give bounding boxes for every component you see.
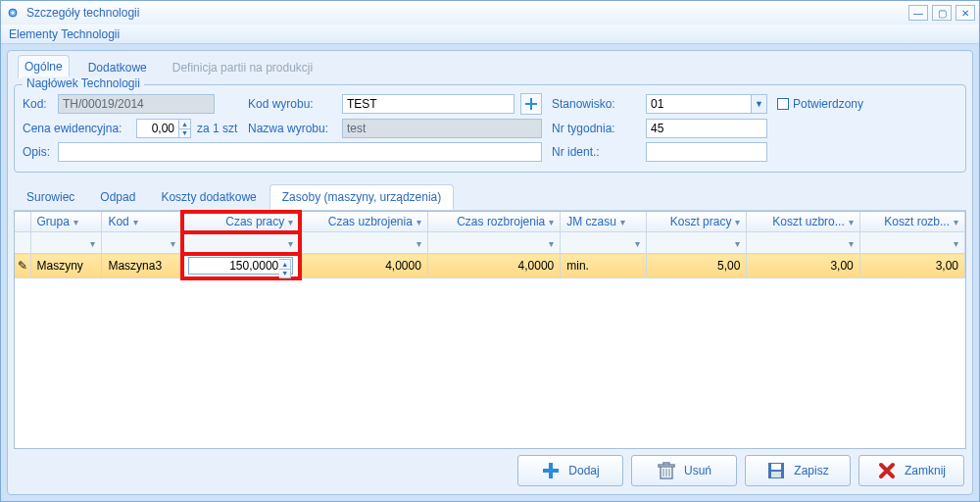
trash-icon	[657, 461, 676, 480]
menu-item-elements[interactable]: Elementy Technologii	[9, 27, 120, 41]
filter-icon[interactable]: ▾	[171, 238, 175, 249]
cena-stepper[interactable]: ▲▼	[179, 119, 191, 138]
cell-jm-czasu[interactable]: min.	[561, 254, 647, 278]
cell-koszt-pracy[interactable]: 5,00	[647, 254, 747, 278]
data-grid: Grupa▾ Kod▾ Czas pracy▾ Czas uzbrojenia▾…	[14, 211, 966, 449]
window-title: Szczegóły technologii	[26, 6, 139, 20]
col-czas-pracy[interactable]: Czas pracy	[225, 215, 284, 228]
maximize-button[interactable]: ▢	[932, 5, 952, 21]
filter-icon[interactable]: ▾	[549, 238, 554, 249]
tab-additional[interactable]: Dodatkowe	[81, 56, 154, 78]
close-button[interactable]: ✕	[956, 5, 975, 21]
kod-wyrobu-field[interactable]	[342, 94, 514, 114]
cell-kod[interactable]: Maszyna3	[102, 254, 182, 278]
filter-icon[interactable]: ▾	[954, 238, 958, 249]
cell-grupa[interactable]: Maszyny	[30, 254, 102, 278]
main-tabs: Ogólne Dodatkowe Definicja partii na pro…	[14, 55, 966, 84]
menubar: Elementy Technologii	[1, 25, 979, 44]
filter-icon[interactable]: ▾	[735, 217, 740, 227]
sub-tabs: Surowiec Odpad Koszty dodatkowe Zasoby (…	[14, 184, 966, 211]
filter-icon[interactable]: ▾	[954, 217, 958, 227]
filter-icon[interactable]: ▾	[133, 217, 138, 227]
svg-rect-3	[771, 464, 781, 470]
groupbox-legend: Nagłówek Technologii	[23, 76, 144, 90]
col-czas-uzbrojenia[interactable]: Czas uzbrojenia	[328, 215, 413, 228]
cell-czas-rozbrojenia[interactable]: 4,0000	[427, 254, 560, 278]
app-window: Szczegóły technologii — ▢ ✕ Elementy Tec…	[0, 0, 980, 502]
tab-odpad[interactable]: Odpad	[87, 184, 148, 210]
kod-label: Kod:	[23, 97, 52, 111]
cena-unit: za 1 szt	[197, 122, 237, 135]
tab-zasoby[interactable]: Zasoby (maszyny, urządzenia)	[270, 184, 455, 210]
col-koszt-pracy[interactable]: Koszt pracy	[670, 215, 732, 228]
table-row[interactable]: ✎ Maszyny Maszyna3 ▲▼ 4,0000 4,0000	[15, 254, 965, 278]
cell-koszt-uzbrojenia[interactable]: 3,00	[747, 254, 859, 278]
cell-czas-pracy[interactable]: ▲▼	[182, 254, 300, 278]
col-koszt-uzbrojenia[interactable]: Koszt uzbro...	[772, 215, 844, 228]
add-product-button[interactable]	[520, 93, 542, 115]
plus-icon	[541, 461, 561, 480]
kod-field	[58, 94, 215, 114]
col-kod[interactable]: Kod	[108, 215, 128, 228]
filter-icon[interactable]: ▾	[620, 217, 625, 227]
dropdown-arrow-icon[interactable]: ▼	[751, 95, 766, 113]
close-icon	[877, 461, 897, 480]
edit-indicator-icon: ✎	[15, 254, 30, 278]
tydzien-field[interactable]	[646, 119, 767, 138]
potwierdzony-checkbox[interactable]: Potwierdzony	[777, 97, 863, 111]
col-koszt-rozbrojenia[interactable]: Koszt rozb...	[884, 215, 950, 228]
filter-row: ▾ ▾ ▾ ▾ ▾ ▾ ▾ ▾ ▾	[15, 232, 965, 254]
potwierdzony-label: Potwierdzony	[793, 97, 863, 111]
header-groupbox: Nagłówek Technologii Kod: Kod wyrobu:	[14, 84, 966, 173]
svg-point-1	[12, 12, 15, 15]
footer-buttons: Dodaj Usuń Zapisz Zamknij	[14, 449, 966, 488]
filter-icon[interactable]: ▾	[288, 238, 293, 249]
header-row: Grupa▾ Kod▾ Czas pracy▾ Czas uzbrojenia▾…	[15, 212, 965, 232]
zapisz-button[interactable]: Zapisz	[745, 455, 851, 486]
cell-czas-uzbrojenia[interactable]: 4,0000	[300, 254, 428, 278]
minimize-button[interactable]: —	[908, 5, 928, 21]
filter-icon[interactable]: ▾	[90, 238, 95, 249]
czas-pracy-stepper[interactable]: ▲▼	[279, 259, 291, 278]
zamknij-button[interactable]: Zamknij	[858, 455, 964, 486]
opis-field[interactable]	[58, 142, 542, 162]
filter-icon[interactable]: ▾	[74, 217, 78, 227]
filter-icon[interactable]: ▾	[735, 238, 740, 249]
tab-koszty-dodatkowe[interactable]: Koszty dodatkowe	[148, 184, 269, 210]
col-grupa[interactable]: Grupa	[37, 215, 70, 228]
svg-rect-4	[771, 472, 781, 477]
filter-icon[interactable]: ▾	[849, 217, 854, 227]
nazwa-wyrobu-field	[342, 119, 542, 138]
plus-icon	[523, 96, 539, 112]
col-jm-czasu[interactable]: JM czasu	[566, 215, 616, 228]
tydzien-label: Nr tygodnia:	[552, 122, 640, 135]
gear-icon	[5, 5, 21, 21]
nazwa-wyrobu-label: Nazwa wyrobu:	[248, 122, 336, 135]
tab-surowiec[interactable]: Surowiec	[14, 184, 87, 210]
tab-general[interactable]: Ogólne	[18, 55, 70, 78]
cena-label: Cena ewidencyjna:	[23, 122, 130, 135]
col-czas-rozbrojenia[interactable]: Czas rozbrojenia	[457, 215, 545, 228]
tab-batch-def: Definicja partii na produkcji	[166, 56, 319, 78]
dodaj-button[interactable]: Dodaj	[517, 455, 623, 486]
filter-icon[interactable]: ▾	[416, 238, 421, 249]
czas-pracy-input[interactable]	[188, 257, 293, 275]
opis-label: Opis:	[23, 145, 52, 159]
filter-icon[interactable]: ▾	[288, 217, 293, 227]
ident-label: Nr ident.:	[552, 145, 640, 159]
cell-koszt-rozbrojenia[interactable]: 3,00	[859, 254, 964, 278]
stanowisko-label: Stanowisko:	[552, 97, 640, 111]
kod-wyrobu-label: Kod wyrobu:	[248, 97, 336, 111]
filter-icon[interactable]: ▾	[849, 238, 854, 249]
ident-field[interactable]	[646, 142, 767, 162]
usun-button[interactable]: Usuń	[631, 455, 737, 486]
filter-icon[interactable]: ▾	[549, 217, 554, 227]
titlebar: Szczegóły technologii — ▢ ✕	[1, 1, 979, 25]
cena-field[interactable]	[136, 119, 179, 138]
stanowisko-field[interactable]	[646, 94, 767, 114]
filter-icon[interactable]: ▾	[416, 217, 421, 227]
save-icon	[766, 461, 786, 480]
filter-icon[interactable]: ▾	[635, 238, 640, 249]
